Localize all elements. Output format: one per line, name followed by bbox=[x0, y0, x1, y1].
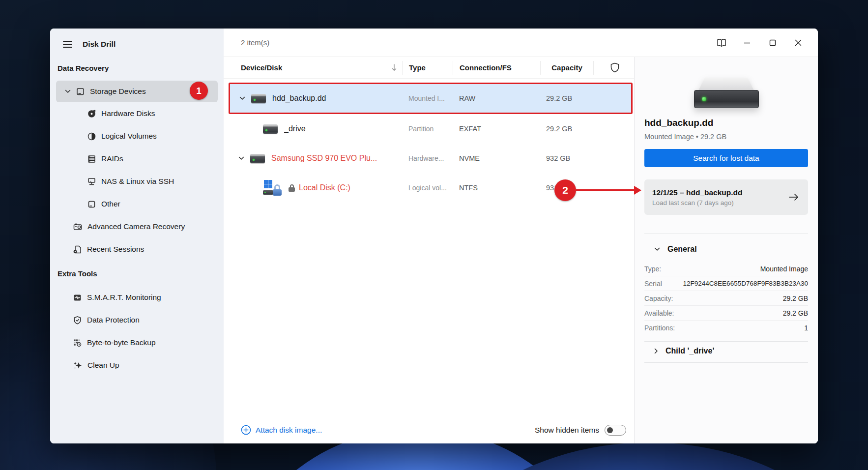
table-header-row: Device/Disk Type Connection/FS Capacity bbox=[224, 57, 634, 79]
column-header-type[interactable]: Type bbox=[403, 63, 453, 72]
device-name: Samsung SSD 970 EVO Plu... bbox=[271, 154, 377, 163]
column-header-device-disk[interactable]: Device/Disk bbox=[224, 63, 402, 72]
general-section-title: General bbox=[667, 245, 697, 254]
device-cell-type: Hardware... bbox=[402, 154, 452, 162]
minimize-icon bbox=[744, 39, 751, 46]
sidebar-item-smart-monitoring[interactable]: S.M.A.R.T. Monitoring bbox=[50, 286, 224, 309]
sidebar-item-data-protection[interactable]: Data Protection bbox=[50, 309, 224, 331]
drive-led bbox=[253, 159, 255, 161]
child-drive-section-header[interactable]: Child '_drive' bbox=[644, 347, 808, 355]
show-hidden-items-toggle[interactable] bbox=[605, 425, 626, 436]
sidebar-item-label: Hardware Disks bbox=[101, 109, 155, 118]
sidebar-item-label: NAS & Linux via SSH bbox=[101, 177, 174, 186]
padlock-icon bbox=[273, 184, 282, 196]
chevron-down-icon[interactable] bbox=[239, 96, 245, 100]
table-footer: Attach disk image... Show hidden items bbox=[224, 416, 634, 443]
sidebar-item-label: Clean Up bbox=[87, 361, 119, 370]
nas-ssh-icon bbox=[87, 177, 96, 186]
device-row-drive-partition[interactable]: _drive Partition EXFAT 29.2 GB bbox=[224, 114, 634, 144]
content-area: Device/Disk Type Connection/FS Capacity bbox=[224, 57, 818, 443]
chevron-right-icon bbox=[654, 348, 658, 354]
hamburger-menu-icon[interactable] bbox=[63, 40, 72, 48]
panel-divider bbox=[644, 362, 808, 363]
sidebar-item-raids[interactable]: RAIDs bbox=[50, 147, 224, 170]
storage-devices-icon bbox=[76, 87, 85, 96]
sidebar-item-hardware-disks[interactable]: Hardware Disks bbox=[50, 102, 224, 125]
chevron-down-icon bbox=[654, 247, 660, 251]
lock-icon bbox=[289, 184, 295, 192]
sidebar-item-logical-volumes[interactable]: Logical Volumes bbox=[50, 125, 224, 147]
close-icon bbox=[795, 39, 802, 46]
sidebar-item-clean-up[interactable]: Clean Up bbox=[50, 354, 224, 377]
drive-icon bbox=[263, 190, 273, 195]
sidebar-item-recent-sessions[interactable]: Recent Sessions bbox=[50, 238, 224, 261]
close-button[interactable] bbox=[785, 33, 811, 52]
device-row-samsung-ssd[interactable]: Samsung SSD 970 EVO Plu... Hardware... N… bbox=[224, 144, 634, 173]
device-table: Device/Disk Type Connection/FS Capacity bbox=[224, 57, 634, 443]
device-cell-capacity: 29.2 GB bbox=[539, 125, 592, 133]
hardware-disks-icon bbox=[87, 109, 96, 118]
device-name: hdd_backup.dd bbox=[272, 94, 326, 103]
sidebar-item-label: Logical Volumes bbox=[101, 132, 157, 141]
annotation-step-2-badge: 2 bbox=[554, 179, 576, 201]
device-cell-type: Logical vol... bbox=[402, 184, 452, 192]
property-label: Type: bbox=[644, 265, 661, 273]
device-cell-name: Samsung SSD 970 EVO Plu... bbox=[224, 154, 402, 163]
last-scan-subtitle: Load last scan (7 days ago) bbox=[652, 199, 742, 206]
device-cell-name: Local Disk (C:) bbox=[224, 180, 402, 196]
sidebar-item-byte-to-byte-backup[interactable]: Byte-to-byte Backup bbox=[50, 331, 224, 354]
chevron-down-icon[interactable] bbox=[238, 156, 244, 160]
attach-disk-image-link[interactable]: Attach disk image... bbox=[241, 425, 322, 435]
clean-up-sparkles-icon bbox=[73, 361, 83, 370]
column-header-capacity-wrap[interactable]: Capacity bbox=[541, 63, 593, 72]
window-titlebar: 2 item(s) bbox=[224, 29, 818, 57]
device-row-hdd-backup[interactable]: hdd_backup.dd Mounted I... RAW 29.2 GB bbox=[229, 83, 633, 114]
byte-backup-icon bbox=[73, 338, 82, 348]
show-hidden-items: Show hidden items bbox=[535, 425, 626, 436]
annotation-arrow-head bbox=[634, 186, 641, 195]
recent-sessions-icon bbox=[73, 245, 82, 254]
plus-circle-icon bbox=[241, 425, 251, 435]
drive-illustration-top bbox=[698, 78, 754, 91]
sidebar-item-nas-linux-ssh[interactable]: NAS & Linux via SSH bbox=[50, 170, 224, 193]
device-cell-type: Mounted I... bbox=[402, 94, 452, 102]
annotation-arrow bbox=[576, 189, 634, 191]
property-row-capacity: Capacity: 29.2 GB bbox=[644, 291, 808, 306]
property-value: 1 bbox=[804, 324, 808, 332]
sidebar-item-label: S.M.A.R.T. Monitoring bbox=[87, 293, 161, 302]
drive-illustration-body bbox=[694, 90, 759, 108]
property-label: Partitions: bbox=[644, 324, 675, 332]
documentation-book-button[interactable] bbox=[709, 33, 734, 52]
main-area: 2 item(s) bbox=[224, 29, 818, 443]
child-drive-section-title: Child '_drive' bbox=[665, 347, 714, 355]
minimize-button[interactable] bbox=[734, 33, 760, 52]
windows-logo-icon bbox=[264, 180, 272, 188]
window-controls bbox=[709, 33, 811, 52]
attach-disk-image-label: Attach disk image... bbox=[256, 426, 322, 435]
sidebar-item-advanced-camera-recovery[interactable]: Advanced Camera Recovery bbox=[50, 215, 224, 238]
drive-icon bbox=[263, 124, 278, 134]
maximize-icon bbox=[769, 39, 776, 46]
drive-illustration bbox=[694, 78, 759, 109]
sidebar-item-other[interactable]: Other bbox=[50, 193, 224, 215]
sidebar-item-label: Recent Sessions bbox=[87, 245, 144, 254]
last-scan-card[interactable]: 12/1/25 – hdd_backup.dd Load last scan (… bbox=[644, 179, 808, 215]
drive-led bbox=[702, 97, 706, 101]
maximize-button[interactable] bbox=[760, 33, 785, 52]
app-title: Disk Drill bbox=[83, 40, 116, 49]
book-icon bbox=[716, 38, 727, 48]
toggle-knob bbox=[607, 427, 613, 433]
device-name: Local Disk (C:) bbox=[299, 183, 350, 192]
device-cell-fs: NTFS bbox=[452, 184, 539, 192]
drive-led bbox=[265, 129, 267, 131]
sidebar-header: Disk Drill bbox=[50, 35, 224, 53]
logical-volumes-icon bbox=[87, 132, 96, 141]
general-section-header[interactable]: General bbox=[644, 245, 808, 254]
drive-icon bbox=[250, 154, 265, 163]
property-row-serial: Serial 12F9244C8EE6655D768F9F83B3B23A30 bbox=[644, 276, 808, 291]
sidebar-section-extra-tools: Extra Tools bbox=[50, 269, 224, 279]
property-value: 29.2 GB bbox=[783, 294, 808, 302]
search-for-lost-data-button[interactable]: Search for lost data bbox=[644, 149, 808, 167]
column-header-protection[interactable] bbox=[594, 62, 636, 73]
column-header-connection-fs[interactable]: Connection/FS bbox=[453, 63, 540, 72]
